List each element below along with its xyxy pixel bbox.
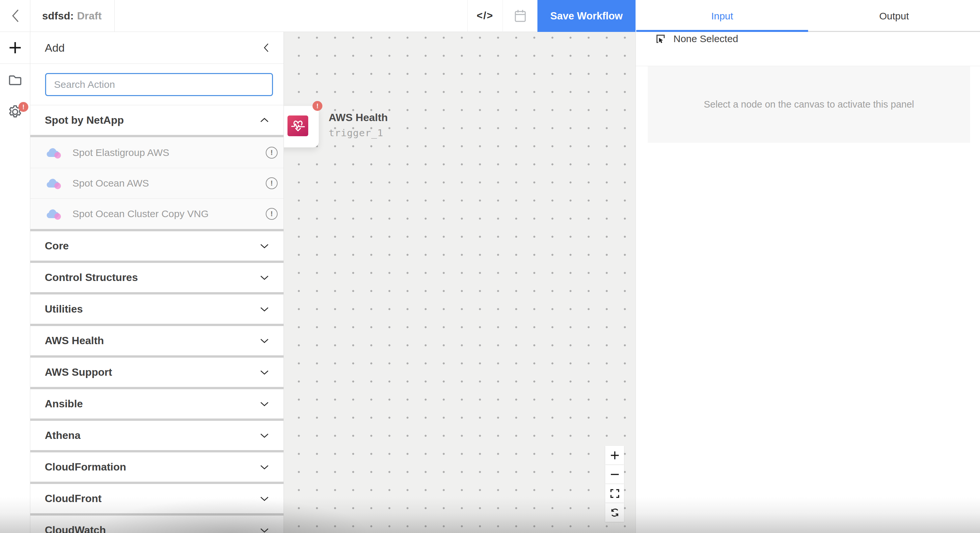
node-error-badge: ! [312, 101, 322, 111]
category-utilities[interactable]: Utilities [30, 295, 283, 324]
workflow-title: sdfsd: Draft [30, 0, 115, 32]
zoom-out-icon [610, 470, 620, 479]
aws-health-heartbeat-icon [288, 116, 308, 136]
cloud-icon [45, 208, 62, 220]
canvas-controls [605, 446, 624, 522]
code-view-button[interactable]: </> [467, 0, 503, 32]
inactive-tab-underline [808, 31, 980, 32]
alert-circle-icon[interactable]: ! [266, 147, 278, 159]
tab-input[interactable]: Input [636, 0, 808, 32]
alert-circle-icon[interactable]: ! [266, 208, 278, 220]
node-label: AWS Health trigger_1 [329, 111, 388, 138]
chevron-down-icon [260, 370, 269, 375]
settings-alert-badge: ! [18, 102, 28, 112]
inspector-empty-message: Select a node on the canvas to activate … [704, 99, 914, 110]
back-button[interactable] [0, 0, 30, 32]
save-workflow-button[interactable]: Save Workflow [538, 0, 636, 32]
chevron-down-icon [260, 528, 269, 533]
tab-output[interactable]: Output [808, 0, 980, 32]
select-cursor-icon [655, 33, 667, 45]
selection-status-label: None Selected [673, 33, 738, 44]
chevron-down-icon [260, 307, 269, 312]
workflow-name: sdfsd: [42, 10, 74, 22]
plus-icon [8, 40, 23, 55]
category-core[interactable]: Core [30, 231, 283, 260]
chevron-left-icon [11, 9, 19, 23]
list-item-spot-ocean-cluster-copy-vng[interactable]: Spot Ocean Cluster Copy VNG ! [30, 198, 283, 229]
search-action-input[interactable] [45, 73, 273, 96]
chevron-down-icon [260, 243, 269, 249]
node-subtitle: trigger_1 [329, 127, 388, 138]
collapse-panel-button[interactable] [263, 43, 269, 52]
category-spot-by-netapp[interactable]: Spot by NetApp [30, 105, 283, 135]
category-control-structures[interactable]: Control Structures [30, 263, 283, 292]
top-bar: sdfsd: Draft </> Save Workflow Input Out… [0, 0, 980, 32]
left-rail: ! [0, 32, 30, 533]
search-row [30, 64, 283, 105]
reset-view-button[interactable] [605, 503, 624, 522]
settings-button[interactable]: ! [0, 96, 30, 128]
calendar-icon [514, 9, 526, 22]
schedule-button[interactable] [503, 0, 538, 32]
code-icon: </> [477, 10, 494, 22]
top-bar-spacer [115, 0, 467, 32]
workflow-status: Draft [77, 10, 102, 22]
list-item-spot-elastigroup-aws[interactable]: Spot Elastigroup AWS ! [30, 137, 283, 168]
action-category-list: Spot by NetApp Spot Elastigroup AWS ! Sp… [30, 105, 283, 533]
zoom-in-icon [610, 451, 620, 460]
node-title: AWS Health [329, 111, 388, 124]
new-workflow-button[interactable] [0, 32, 30, 64]
inspector-panel: None Selected Select a node on the canva… [636, 32, 980, 533]
fit-view-button[interactable] [605, 484, 624, 503]
alert-circle-icon[interactable]: ! [266, 177, 278, 189]
selection-status: None Selected [636, 32, 980, 46]
category-athena[interactable]: Athena [30, 421, 283, 450]
inspector-tabs: Input Output [636, 0, 980, 32]
category-aws-support[interactable]: AWS Support [30, 358, 283, 387]
chevron-down-icon [260, 275, 269, 280]
chevron-down-icon [260, 338, 269, 344]
zoom-out-button[interactable] [605, 465, 624, 484]
chevron-down-icon [260, 401, 269, 407]
inspector-empty-state: Select a node on the canvas to activate … [648, 66, 970, 143]
active-tab-indicator [636, 30, 808, 32]
chevron-up-icon [260, 117, 269, 123]
chevron-down-icon [260, 496, 269, 501]
category-aws-health[interactable]: AWS Health [30, 326, 283, 355]
workflows-folder-button[interactable] [0, 64, 30, 96]
add-action-panel: Add Spot by NetApp Spot Elastigroup AWS … [30, 32, 284, 533]
category-cloudfront[interactable]: CloudFront [30, 484, 283, 513]
spot-items-group: Spot Elastigroup AWS ! Spot Ocean AWS ! … [30, 137, 283, 229]
fit-view-icon [609, 488, 620, 499]
chevron-down-icon [260, 465, 269, 470]
cloud-icon [45, 146, 62, 159]
app-root: { "header": { "title": "sdfsd:", "status… [0, 0, 980, 533]
chevron-down-icon [260, 433, 269, 438]
category-cloudformation[interactable]: CloudFormation [30, 452, 283, 482]
chevron-left-icon [263, 43, 269, 52]
folder-icon [8, 74, 22, 86]
add-panel-header: Add [30, 32, 283, 64]
add-panel-title: Add [45, 41, 65, 54]
workflow-canvas[interactable]: ! AWS Health trigger_1 [284, 32, 636, 533]
list-item-spot-ocean-aws[interactable]: Spot Ocean AWS ! [30, 168, 283, 198]
reset-view-icon [609, 507, 620, 518]
category-cloudwatch[interactable]: CloudWatch [30, 516, 283, 533]
zoom-in-button[interactable] [605, 446, 624, 465]
category-ansible[interactable]: Ansible [30, 389, 283, 419]
cloud-icon [45, 177, 62, 189]
